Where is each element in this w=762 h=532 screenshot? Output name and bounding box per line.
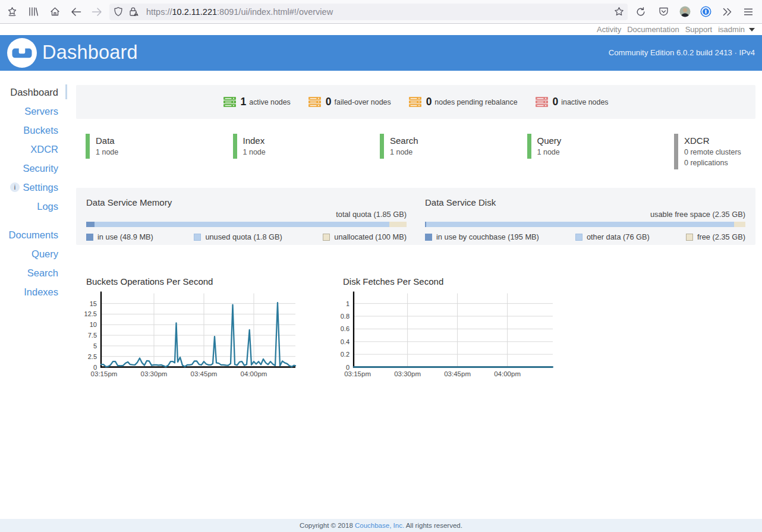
y-tick-label: 1 — [346, 300, 349, 307]
legend-item: unallocated (100 MB) — [323, 232, 407, 241]
usage-segment — [734, 222, 745, 227]
activity-link[interactable]: Activity — [597, 25, 621, 34]
sidebar-item-logs[interactable]: Logs — [0, 197, 67, 216]
service-xdcr: XDCR0 remote clusters0 replications — [674, 134, 741, 169]
node-stats-card: 1active nodes0failed-over nodes0nodes pe… — [76, 85, 755, 119]
chart-bucket-ops: Buckets Operations Per Second 02.557.510… — [67, 276, 317, 377]
sidebar: DashboardServersBucketsXDCRSecurityiSett… — [0, 71, 67, 520]
server-stack-icon — [409, 97, 421, 107]
url-bar[interactable]: https://10.2.11.221:8091/ui/index.html#!… — [109, 4, 628, 20]
service-name: Query — [537, 136, 562, 146]
sidebar-item-label: Servers — [24, 106, 58, 117]
legend-label: other data (76 GB) — [587, 232, 650, 241]
x-tick-label: 03:45pm — [444, 370, 471, 377]
documentation-link[interactable]: Documentation — [627, 25, 679, 34]
service-detail: 1 node — [243, 147, 266, 158]
bookmark-page-star-icon[interactable] — [611, 4, 626, 20]
back-icon[interactable] — [67, 4, 86, 20]
version-text: Community Edition 6.0.2 build 2413 · IPv… — [609, 48, 755, 57]
legend-item: free (2.35 GB) — [686, 232, 745, 241]
y-tick-label: 15 — [90, 300, 97, 307]
resource-data-service-disk: Data Service Diskusable free space (2.35… — [425, 188, 745, 245]
x-tick-label: 04:00pm — [494, 370, 521, 377]
user-menu-caret-icon[interactable] — [749, 28, 755, 32]
sidebar-item-indexes[interactable]: Indexes — [0, 282, 67, 301]
pocket-icon[interactable] — [654, 4, 673, 20]
service-status-bar — [527, 134, 531, 159]
sidebar-item-dashboard[interactable]: Dashboard — [0, 83, 67, 102]
node-stat-label: nodes pending rebalance — [434, 98, 517, 106]
legend-item: unused quota (1.8 GB) — [194, 232, 282, 241]
footer: Copyright © 2018 Couchbase, Inc. All rig… — [0, 519, 762, 532]
sidebar-item-servers[interactable]: Servers — [0, 102, 67, 121]
sidebar-item-label: Logs — [37, 201, 58, 212]
server-stack-icon — [223, 97, 236, 107]
sidebar-item-label: Security — [23, 163, 58, 174]
url-text[interactable]: https://10.2.11.221:8091/ui/index.html#!… — [146, 7, 611, 17]
couchbase-link[interactable]: Couchbase, Inc. — [355, 522, 404, 529]
service-name: XDCR — [684, 136, 741, 146]
service-detail: 0 remote clusters — [684, 147, 741, 158]
legend-item: in use (48.9 MB) — [86, 232, 153, 241]
sidebar-item-xdcr[interactable]: XDCR — [0, 140, 67, 159]
node-count: 1 — [241, 96, 247, 108]
overflow-chevrons-icon[interactable] — [717, 4, 736, 20]
nav-list: DashboardServersBucketsXDCRSecurityiSett… — [0, 83, 67, 301]
legend-label: unallocated (100 MB) — [334, 232, 407, 241]
tracking-shield-icon[interactable] — [111, 4, 126, 20]
url-path: :8091/ui/index.html#!/overview — [217, 7, 333, 17]
charts-row: Buckets Operations Per Second 02.557.510… — [67, 276, 762, 377]
support-link[interactable]: Support — [685, 25, 713, 34]
sidebar-item-buckets[interactable]: Buckets — [0, 121, 67, 140]
service-detail: 1 node — [96, 147, 118, 158]
home-icon[interactable] — [45, 4, 64, 20]
app-header: Dashboard Community Edition 6.0.2 build … — [0, 35, 762, 71]
menu-hamburger-icon[interactable] — [739, 4, 758, 20]
y-tick-label: 0.2 — [341, 351, 349, 358]
sidebar-item-search[interactable]: Search — [0, 263, 67, 282]
bookmark-star-tray-icon[interactable] — [2, 4, 21, 20]
legend-label: free (2.35 GB) — [697, 232, 745, 241]
profile-avatar[interactable] — [675, 4, 694, 20]
sidebar-item-settings[interactable]: iSettings — [0, 178, 67, 197]
sidebar-item-documents[interactable]: Documents — [0, 225, 67, 244]
lock-warning-icon[interactable] — [126, 4, 141, 20]
onepassword-icon[interactable] — [696, 4, 715, 20]
chart-title: Disk Fetches Per Second — [343, 276, 574, 288]
x-tick-label: 03:15pm — [344, 370, 371, 377]
node-stat-label: failed-over nodes — [335, 98, 391, 106]
sidebar-item-security[interactable]: Security — [0, 159, 67, 178]
service-search: Search1 node — [380, 134, 418, 159]
url-scheme: https:// — [146, 7, 172, 17]
x-tick-label: 03:15pm — [91, 370, 118, 377]
service-status-bar — [674, 134, 678, 169]
y-tick-label: 0 — [346, 363, 349, 370]
forward-icon[interactable] — [87, 4, 106, 20]
username: isadmin — [718, 25, 745, 34]
library-icon[interactable] — [24, 4, 43, 20]
resource-legend: in use by couchbase (195 MB)other data (… — [425, 232, 745, 241]
service-name: Index — [243, 136, 266, 146]
services-row: Data1 nodeIndex1 nodeSearch1 nodeQuery1 … — [67, 134, 762, 171]
sidebar-item-label: XDCR — [30, 144, 58, 155]
node-count: 0 — [326, 96, 332, 108]
user-menu[interactable]: isadmin — [718, 25, 745, 34]
node-count: 0 — [426, 96, 432, 108]
reload-icon[interactable] — [631, 4, 650, 20]
sidebar-item-label: Query — [32, 248, 58, 259]
usage-segment — [389, 222, 407, 227]
sidebar-item-query[interactable]: Query — [0, 244, 67, 263]
node-count: 0 — [553, 96, 559, 108]
node-stat-failed-over-nodes: 0failed-over nodes — [308, 96, 391, 108]
service-detail: 0 replications — [684, 158, 741, 168]
y-tick-label: 0 — [93, 363, 97, 370]
legend-label: in use (48.9 MB) — [97, 232, 153, 241]
resource-title: Data Service Memory — [86, 197, 407, 207]
legend-swatch — [425, 234, 432, 241]
service-query: Query1 node — [527, 134, 562, 159]
service-name: Data — [96, 136, 118, 146]
copyright-post: All rights reserved. — [404, 522, 462, 529]
node-stat-label: active nodes — [249, 98, 291, 106]
resource-title: Data Service Disk — [425, 197, 745, 207]
service-status-bar — [86, 134, 90, 159]
